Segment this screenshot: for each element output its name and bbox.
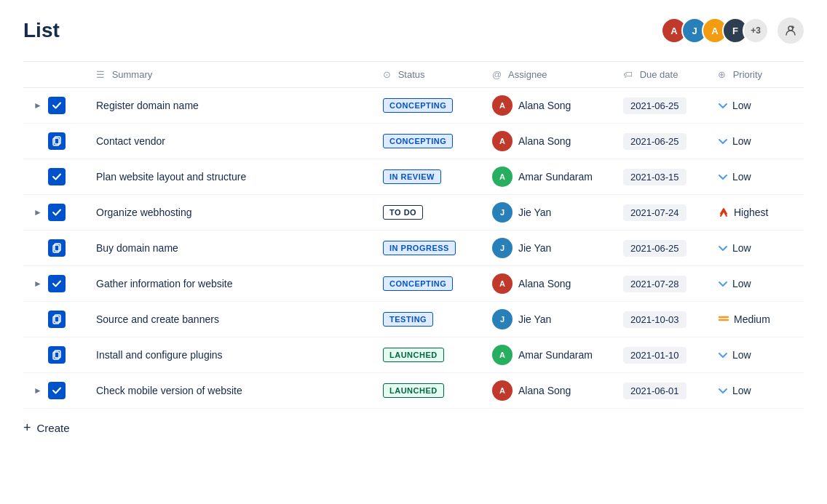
task-status[interactable]: LAUNCHED	[374, 373, 483, 409]
due-date-value: 2021-03-15	[623, 169, 686, 185]
task-summary[interactable]: Contact vendor	[87, 124, 374, 159]
task-check-icon[interactable]	[48, 275, 66, 292]
task-due-date: 2021-10-03	[614, 302, 709, 337]
task-status[interactable]: LAUNCHED	[374, 337, 483, 373]
assignee-name: Amar Sundaram	[518, 171, 593, 183]
priority-icon	[718, 278, 728, 289]
task-summary[interactable]: Gather information for website	[87, 266, 374, 302]
row-controls: ►	[23, 266, 87, 302]
status-badge[interactable]: IN PROGRESS	[383, 241, 456, 255]
task-check-icon[interactable]	[48, 204, 66, 221]
task-due-date: 2021-01-10	[614, 337, 709, 373]
task-check-icon[interactable]	[48, 168, 66, 185]
task-priority: Low	[709, 231, 804, 266]
assignee-avatar: J	[492, 238, 513, 258]
table-row: ►Organize webhostingTO DOJJie Yan2021-07…	[23, 195, 804, 231]
task-check-icon[interactable]	[48, 382, 66, 399]
priority-label: Low	[732, 385, 751, 396]
assignee-name: Alana Song	[518, 385, 571, 396]
task-summary[interactable]: Buy domain name	[87, 231, 374, 266]
due-date-value: 2021-06-25	[623, 97, 686, 114]
add-user-button[interactable]	[777, 17, 804, 44]
task-summary[interactable]: Install and configure plugins	[87, 337, 374, 373]
task-summary[interactable]: Plan website layout and structure	[87, 159, 374, 195]
assignee-avatar: A	[492, 131, 513, 151]
row-controls	[23, 124, 87, 159]
assignee-name: Alana Song	[518, 100, 571, 111]
due-date-icon: 🏷	[623, 69, 633, 80]
assignee-name: Alana Song	[518, 135, 571, 147]
status-badge[interactable]: CONCEPTING	[383, 134, 453, 148]
task-priority: Low	[709, 159, 804, 195]
task-status[interactable]: IN PROGRESS	[374, 231, 483, 266]
task-summary[interactable]: Organize webhosting	[87, 195, 374, 231]
expand-chevron[interactable]: ►	[32, 384, 44, 397]
header-right: AJAF+3	[661, 17, 804, 44]
task-table: ☰ Summary ⊙ Status @ Assignee 🏷 Due date…	[23, 61, 804, 409]
task-summary[interactable]: Register domain name	[87, 88, 374, 124]
due-date-value: 2021-06-01	[623, 383, 686, 399]
expand-chevron[interactable]: ►	[32, 277, 44, 290]
assignee-avatar: A	[492, 345, 513, 365]
task-assignee: AAlana Song	[483, 266, 614, 302]
status-badge[interactable]: CONCEPTING	[383, 98, 453, 113]
priority-icon: ⊕	[718, 69, 726, 80]
task-due-date: 2021-06-25	[614, 88, 709, 124]
table-body: ►Register domain nameCONCEPTINGAAlana So…	[23, 88, 804, 409]
status-badge[interactable]: LAUNCHED	[383, 383, 444, 398]
avatar-stack: AJAF+3	[661, 17, 769, 44]
table-row: ►Check mobile version of websiteLAUNCHED…	[23, 373, 804, 409]
assignee-name: Jie Yan	[518, 242, 551, 254]
task-status[interactable]: TESTING	[374, 302, 483, 337]
task-summary[interactable]: Check mobile version of website	[87, 373, 374, 409]
create-row[interactable]: + Create	[23, 409, 804, 436]
status-badge[interactable]: TO DO	[383, 205, 423, 220]
assignee-avatar: J	[492, 202, 513, 223]
priority-icon	[718, 171, 728, 183]
assignee-name: Jie Yan	[518, 207, 551, 218]
col-status: ⊙ Status	[374, 62, 483, 88]
due-date-value: 2021-07-24	[623, 204, 686, 221]
person-icon	[785, 25, 796, 36]
expand-chevron[interactable]: ►	[32, 99, 44, 112]
task-summary[interactable]: Source and create banners	[87, 302, 374, 337]
task-priority: Low	[709, 88, 804, 124]
col-due-date: 🏷 Due date	[614, 62, 709, 88]
status-badge[interactable]: TESTING	[383, 312, 433, 327]
col-priority: ⊕ Priority	[709, 62, 804, 88]
priority-label: Low	[732, 135, 751, 147]
task-check-icon[interactable]	[48, 97, 66, 114]
status-badge[interactable]: LAUNCHED	[383, 348, 444, 362]
task-due-date: 2021-07-28	[614, 266, 709, 302]
task-status[interactable]: TO DO	[374, 195, 483, 231]
task-copy-icon[interactable]	[48, 346, 66, 364]
task-priority: Low	[709, 337, 804, 373]
priority-label: Medium	[734, 313, 770, 325]
create-label: Create	[37, 422, 70, 434]
task-assignee: JJie Yan	[483, 231, 614, 266]
task-copy-icon[interactable]	[48, 311, 66, 328]
status-badge[interactable]: IN REVIEW	[383, 169, 441, 184]
task-priority: Highest	[709, 195, 804, 231]
task-status[interactable]: IN REVIEW	[374, 159, 483, 195]
summary-icon: ☰	[96, 69, 105, 80]
table-row: Contact vendorCONCEPTINGAAlana Song2021-…	[23, 124, 804, 159]
task-assignee: AAlana Song	[483, 88, 614, 124]
task-priority: Low	[709, 373, 804, 409]
priority-icon	[718, 242, 728, 254]
assignee-name: Amar Sundaram	[518, 349, 593, 361]
task-copy-icon[interactable]	[48, 132, 66, 150]
due-date-value: 2021-07-28	[623, 276, 686, 292]
task-copy-icon[interactable]	[48, 239, 66, 257]
task-status[interactable]: CONCEPTING	[374, 88, 483, 124]
task-status[interactable]: CONCEPTING	[374, 124, 483, 159]
priority-label: Highest	[734, 207, 768, 218]
expand-chevron[interactable]: ►	[32, 206, 44, 219]
due-date-value: 2021-10-03	[623, 311, 686, 328]
due-date-value: 2021-06-25	[623, 240, 686, 257]
priority-icon	[718, 207, 729, 219]
status-badge[interactable]: CONCEPTING	[383, 276, 453, 291]
avatar-extra-count[interactable]: +3	[743, 17, 769, 44]
task-status[interactable]: CONCEPTING	[374, 266, 483, 302]
task-due-date: 2021-06-25	[614, 231, 709, 266]
